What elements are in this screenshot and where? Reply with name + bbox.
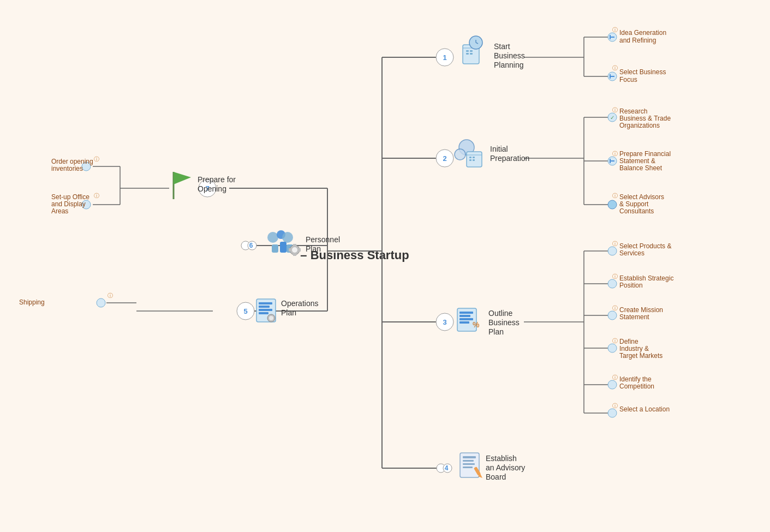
svg-text:Select Products &: Select Products & <box>619 242 671 250</box>
svg-text:5: 5 <box>243 307 247 315</box>
svg-rect-173 <box>259 312 268 314</box>
svg-point-120 <box>608 409 617 417</box>
svg-rect-127 <box>463 460 474 462</box>
svg-text:Opening: Opening <box>198 184 226 193</box>
svg-text:Create Mission: Create Mission <box>619 306 663 314</box>
svg-rect-172 <box>259 309 272 311</box>
svg-rect-162 <box>293 254 296 256</box>
svg-text:Organizations: Organizations <box>619 122 660 129</box>
svg-text:Define: Define <box>619 338 638 345</box>
svg-rect-93 <box>459 321 469 324</box>
svg-text:Areas: Areas <box>51 207 68 215</box>
svg-rect-129 <box>463 467 473 468</box>
svg-text:ⓘ: ⓘ <box>94 156 99 162</box>
svg-text:Competition: Competition <box>619 382 654 390</box>
svg-text:ⓘ: ⓘ <box>612 338 618 344</box>
svg-point-175 <box>269 316 273 320</box>
svg-text:ⓘ: ⓘ <box>612 273 618 279</box>
svg-rect-161 <box>293 244 296 246</box>
svg-text:%: % <box>473 320 480 329</box>
svg-text:Plan: Plan <box>488 327 504 336</box>
svg-text:and Display: and Display <box>51 200 86 208</box>
svg-text:Plan: Plan <box>281 308 296 317</box>
svg-point-59 <box>455 149 465 160</box>
svg-rect-163 <box>289 248 291 252</box>
svg-text:Select a Location: Select a Location <box>619 405 670 413</box>
mindmap-canvas: – Business Startup 1 <box>0 0 770 532</box>
branch1-label2: Business <box>494 51 525 60</box>
svg-rect-42 <box>470 50 473 52</box>
svg-text:Identify the: Identify the <box>619 375 652 383</box>
svg-rect-41 <box>466 50 469 52</box>
svg-rect-44 <box>470 53 473 55</box>
svg-rect-65 <box>469 159 471 161</box>
svg-point-155 <box>282 232 293 243</box>
svg-text:Consultants: Consultants <box>619 207 654 215</box>
svg-text:Business: Business <box>488 318 520 327</box>
svg-text:Operations: Operations <box>281 299 318 308</box>
svg-text:Set-up Office: Set-up Office <box>51 193 89 201</box>
svg-point-153 <box>267 232 278 243</box>
svg-text:ⓘ: ⓘ <box>612 403 618 409</box>
svg-text:Preparation: Preparation <box>490 154 529 163</box>
svg-text:ⓘ: ⓘ <box>612 193 618 199</box>
svg-text:ⓘ: ⓘ <box>612 305 618 311</box>
svg-text:Statement: Statement <box>619 313 649 321</box>
svg-text:Order opening: Order opening <box>51 158 93 165</box>
svg-text:ⓘ: ⓘ <box>612 65 618 71</box>
svg-rect-63 <box>469 157 471 158</box>
svg-point-116 <box>608 380 617 389</box>
svg-point-99 <box>608 247 617 255</box>
svg-text:Services: Services <box>619 249 644 257</box>
svg-text:1: 1 <box>443 53 446 62</box>
svg-text:3: 3 <box>443 318 446 326</box>
svg-text:Select Advisors: Select Advisors <box>619 193 664 201</box>
svg-rect-91 <box>459 315 470 317</box>
svg-text:ⓘ: ⓘ <box>612 107 618 113</box>
svg-text:ⓘ: ⓘ <box>612 374 618 380</box>
svg-text:Personnel: Personnel <box>306 235 340 244</box>
svg-rect-43 <box>466 53 469 55</box>
svg-text:ⓘ: ⓘ <box>612 27 618 33</box>
svg-text:ⓘ: ⓘ <box>612 241 618 247</box>
svg-text:Position: Position <box>619 282 643 289</box>
svg-text:ⓘ: ⓘ <box>108 292 113 298</box>
child1-1-label: Idea Generation <box>619 29 666 37</box>
svg-text:✓: ✓ <box>610 115 614 121</box>
svg-point-103 <box>608 279 617 288</box>
svg-text:ⓘ: ⓘ <box>612 151 618 157</box>
svg-text:& Support: & Support <box>619 200 649 208</box>
svg-rect-171 <box>259 306 270 308</box>
svg-text:2: 2 <box>443 154 446 163</box>
svg-text:Research: Research <box>619 107 647 115</box>
svg-text:an Advisory: an Advisory <box>486 463 525 472</box>
svg-text:inventories: inventories <box>51 165 83 172</box>
svg-text:Target Markets: Target Markets <box>619 352 662 360</box>
svg-text:Statement &: Statement & <box>619 157 655 165</box>
svg-rect-128 <box>463 463 475 465</box>
svg-rect-92 <box>459 318 473 320</box>
svg-text:Plan: Plan <box>306 244 321 253</box>
child1-2-label2: Focus <box>619 76 637 83</box>
svg-rect-156 <box>272 244 278 253</box>
svg-rect-64 <box>473 157 475 158</box>
svg-rect-126 <box>463 456 476 458</box>
svg-rect-0 <box>0 0 770 532</box>
svg-text:ⓘ: ⓘ <box>94 193 99 199</box>
svg-text:4: 4 <box>445 464 449 472</box>
svg-rect-90 <box>459 312 473 314</box>
svg-rect-164 <box>299 248 301 252</box>
svg-point-111 <box>608 344 617 352</box>
svg-text:Industry &: Industry & <box>619 345 649 352</box>
svg-text:Balance Sheet: Balance Sheet <box>619 164 662 172</box>
svg-point-107 <box>608 311 617 320</box>
svg-text:Prepare for: Prepare for <box>198 175 236 184</box>
svg-text:Board: Board <box>486 473 506 481</box>
child1-2-label: Select Business <box>619 68 666 76</box>
svg-text:6: 6 <box>249 242 253 249</box>
branch1-label: Start <box>494 42 510 51</box>
svg-point-179 <box>97 298 105 307</box>
svg-text:Establish Strategic: Establish Strategic <box>619 274 673 282</box>
svg-text:Outline: Outline <box>488 309 513 318</box>
svg-point-83 <box>608 200 617 209</box>
